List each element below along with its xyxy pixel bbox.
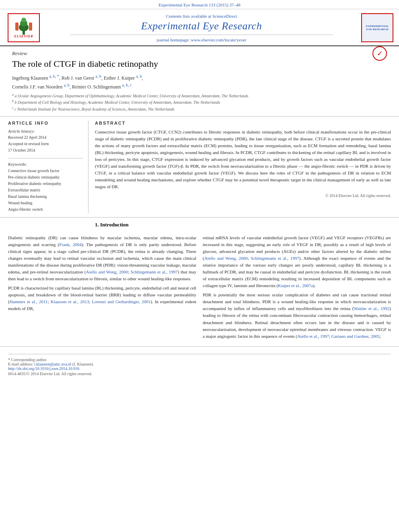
keyword-6: Wound healing — [8, 200, 83, 206]
intro-left-spacer — [8, 222, 88, 230]
ref-kuiper-2007a[interactable]: Kuiper et al., 2007a — [278, 283, 313, 288]
abstract-text: Connective tissue growth factor (CTGF, C… — [95, 129, 391, 190]
keyword-2: Pre-clinical diabetic retinopathy — [8, 175, 83, 180]
brand-logo-text: EXPERIMENTALEYE RESEARCH — [366, 25, 389, 31]
article-header: Review The role of CTGF in diabetic reti… — [0, 46, 399, 116]
intro-heading: 1. Introduction — [95, 222, 391, 228]
keyword-1: Connective tissue growth factor — [8, 168, 83, 174]
journal-reference-bar: Experimental Eye Research 133 (2015) 37–… — [0, 0, 399, 9]
elsevier-tree-icon — [14, 18, 34, 35]
ref-hammes-2011[interactable]: Hammes et al., 2011 — [10, 299, 48, 304]
intro-para-3: retinal mRNA levels of vascular endothel… — [203, 234, 391, 289]
ref-walshe-1992[interactable]: Walshe et al., 1992 — [354, 306, 389, 311]
corresponding-author-note: * Corresponding author. E-mail address: … — [8, 357, 391, 366]
copyright-line: © 2014 Elsevier Ltd. All rights reserved… — [95, 193, 391, 198]
intro-section: 1. Introduction — [0, 217, 399, 234]
journal-homepage[interactable]: journal homepage: www.elsevier.com/locat… — [157, 37, 247, 42]
journal-reference-text: Experimental Eye Research 133 (2015) 37–… — [158, 2, 241, 7]
ref-lorenzi-2001[interactable]: Lorenzi and Gerhardinger, 2001 — [92, 299, 151, 304]
journal-header: ELSEVIER Contents lists available at Sci… — [0, 9, 399, 46]
svg-rect-4 — [15, 23, 19, 31]
article-info-title: ARTICLE INFO — [8, 121, 83, 125]
history-label: Article history: — [8, 129, 83, 134]
keyword-7: Angio-fibrotic switch — [8, 207, 83, 212]
keyword-4: Extracellular matrix — [8, 187, 83, 193]
svg-rect-5 — [29, 23, 32, 31]
journal-brand-logo: EXPERIMENTALEYE RESEARCH — [361, 13, 393, 42]
intro-para-2: PCDR is characterized by capillary basal… — [8, 285, 196, 312]
ref-aiello-1997[interactable]: Aiello et al., 1997 — [297, 334, 329, 339]
crossmark-icon[interactable]: ✓ — [372, 46, 387, 61]
footer-divider — [8, 354, 391, 354]
authors: Ingeborg Klaassen a, b, *, Rob J. van Ge… — [12, 73, 387, 91]
elsevier-text: ELSEVIER — [14, 35, 33, 38]
info-divider — [8, 158, 83, 158]
affiliation-c: c c Netherlands Institute for Neuroscien… — [12, 106, 387, 112]
doi-link[interactable]: http://dx.doi.org/10.1016/j.exer.2014.10… — [8, 366, 391, 371]
article-info-column: ARTICLE INFO Article history: Received 2… — [8, 121, 88, 213]
svg-point-3 — [21, 18, 26, 23]
article-title: The role of CTGF in diabetic retinopathy — [12, 58, 372, 70]
intro-para-1: Diabetic retinopathy (DR) can cause blin… — [8, 234, 196, 282]
article-info-abstract-section: ARTICLE INFO Article history: Received 2… — [0, 116, 399, 217]
ref-klaassen-2013[interactable]: Klaassen et al., 2013 — [51, 299, 89, 304]
ref-gariano-2005[interactable]: Gariano and Gardner, 2005 — [331, 334, 380, 339]
abstract-column: ABSTRACT Connective tissue growth factor… — [95, 121, 391, 213]
journal-title: Experimental Eye Research — [141, 20, 262, 32]
author-email-link[interactable]: i.klaassen@amc.uva.nl — [34, 362, 71, 366]
keyword-5: Basal lamina thickening — [8, 194, 83, 199]
keywords-section: Keywords: Connective tissue growth facto… — [8, 162, 83, 212]
received-date: Received 22 April 2014 — [8, 135, 83, 140]
ref-frank2004[interactable]: Frank, 2004 — [59, 242, 82, 247]
body-col-left: Diabetic retinopathy (DR) can cause blin… — [8, 234, 196, 342]
logo-box: ELSEVIER — [8, 13, 40, 42]
intro-para-4: PDR is potentially the most serious ocul… — [203, 292, 391, 339]
ref-schlingemann-1997[interactable]: Schlingemann et al., 1997 — [131, 269, 178, 274]
article-history: Article history: Received 22 April 2014 … — [8, 129, 83, 153]
sciencedirect-link[interactable]: Contents lists available at ScienceDirec… — [166, 14, 237, 18]
article-section-label: Review — [12, 50, 387, 57]
abstract-title: ABSTRACT — [95, 121, 391, 125]
footer-section: * Corresponding author. E-mail address: … — [0, 346, 399, 378]
keyword-3: Proliferative diabetic retinopathy — [8, 181, 83, 187]
two-col-body: Diabetic retinopathy (DR) can cause blin… — [0, 234, 399, 346]
affiliations: a a Ocular Angiogenesis Group, Departmen… — [12, 92, 387, 112]
accepted-revised-label: Accepted in revised form — [8, 141, 83, 147]
issn-copyright: 0014-4835/© 2014 Elsevier Ltd. All right… — [8, 372, 391, 376]
affiliation-a: a a Ocular Angiogenesis Group, Departmen… — [12, 92, 387, 99]
keywords-label: Keywords: — [8, 162, 83, 166]
header-divider — [70, 35, 333, 35]
ref-schlingemann-1997b[interactable]: Schlingemann et al., 1997 — [251, 256, 299, 261]
elsevier-logo: ELSEVIER — [6, 13, 42, 42]
accepted-date: 17 October 2014 — [8, 148, 83, 153]
intro-content: 1. Introduction — [95, 222, 391, 230]
affiliation-b: b b Department of Cell Biology and Histo… — [12, 99, 387, 105]
journal-title-section: Contents lists available at ScienceDirec… — [47, 14, 356, 42]
body-col-right: retinal mRNA levels of vascular endothel… — [203, 234, 391, 342]
ref-aiello-wong-2000b[interactable]: Aiello and Wong, 2000 — [204, 256, 248, 261]
page: Experimental Eye Research 133 (2015) 37–… — [0, 0, 399, 532]
ref-aiello-wong-2000[interactable]: Aiello and Wong, 2000 — [86, 269, 128, 274]
